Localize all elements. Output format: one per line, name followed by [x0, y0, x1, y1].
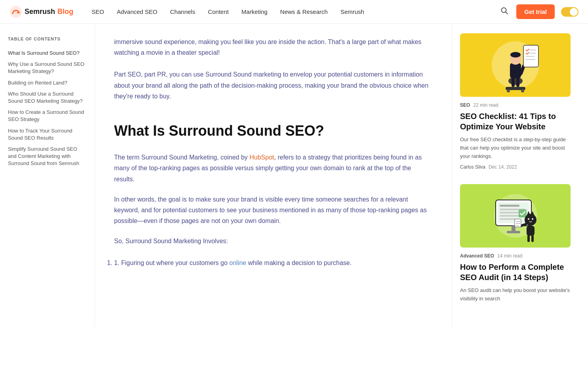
- card-1-tag: SEO: [460, 102, 470, 108]
- theme-toggle[interactable]: [561, 7, 578, 17]
- svg-line-3: [506, 12, 508, 14]
- svg-rect-8: [510, 63, 521, 78]
- toc-item-1[interactable]: What Is Surround Sound SEO?: [8, 48, 87, 59]
- article-intro-p1: immersive sound experience, making you f…: [114, 24, 433, 64]
- toc-item-3[interactable]: Building on Rented Land?: [8, 77, 87, 88]
- article-content: immersive sound experience, making you f…: [95, 24, 452, 327]
- card-1-illustration: [488, 33, 543, 97]
- svg-rect-36: [527, 226, 535, 236]
- card-2-read-time: 14 min read: [497, 253, 522, 259]
- svg-rect-25: [500, 212, 521, 213]
- navbar-actions: Get trial: [499, 4, 578, 19]
- online-link[interactable]: online: [229, 259, 246, 266]
- toc-item-6[interactable]: How to Track Your Surround Sound SEO Res…: [8, 125, 87, 144]
- svg-rect-39: [531, 235, 534, 242]
- card-2-meta: Advanced SEO 14 min read: [460, 253, 571, 259]
- article-section-p1: The term Surround Sound Marketing, coine…: [114, 147, 433, 189]
- logo-icon: [10, 6, 22, 18]
- page-layout: TABLE OF CONTENTS What Is Surround Sound…: [0, 24, 588, 327]
- card-2-image: [460, 184, 571, 248]
- list-item-1-end: while making a decision to purchase.: [246, 259, 352, 266]
- toc-item-7[interactable]: Simplify Surround Sound SEO and Content …: [8, 144, 87, 169]
- nav-channels[interactable]: Channels: [164, 5, 200, 18]
- right-sidebar: SEO 22 min read SEO Checklist: 41 Tips t…: [452, 24, 578, 327]
- card-1-author-row: Carlos Silva Dec 14, 2022: [460, 164, 571, 170]
- logo-semrush-text: Semrush: [25, 8, 55, 16]
- get-trial-button[interactable]: Get trial: [516, 4, 555, 19]
- search-button[interactable]: [499, 5, 510, 18]
- logo[interactable]: Semrush Blog: [10, 6, 73, 18]
- card-1-desc: Our free SEO checklist is a step-by-step…: [460, 136, 571, 160]
- svg-point-19: [521, 89, 524, 92]
- navbar: Semrush Blog SEO Advanced SEO Channels C…: [0, 0, 588, 24]
- toc-title: TABLE OF CONTENTS: [8, 36, 87, 41]
- article-intro-p2: Part SEO, part PR, you can use Surround …: [114, 64, 433, 106]
- svg-rect-38: [527, 235, 530, 242]
- toc-item-5[interactable]: How to Create a Surround Sound SEO Strat…: [8, 107, 87, 125]
- table-of-contents: TABLE OF CONTENTS What Is Surround Sound…: [0, 24, 95, 327]
- list-item-1: 1. Figuring out where your customers go …: [114, 256, 433, 270]
- nav-marketing[interactable]: Marketing: [236, 5, 273, 18]
- article-list: 1. Figuring out where your customers go …: [114, 256, 433, 270]
- nav-news-research[interactable]: News & Research: [275, 5, 333, 18]
- list-item-1-start: 1. Figuring out where your customers go: [114, 259, 229, 266]
- toc-item-4[interactable]: Who Should Use a Surround Sound SEO Mark…: [8, 88, 87, 107]
- search-icon: [500, 7, 508, 15]
- nav-semrush[interactable]: Semrush: [335, 5, 370, 18]
- related-card-1: SEO 22 min read SEO Checklist: 41 Tips t…: [460, 33, 571, 170]
- article-section-heading: What Is Surround Sound SEO?: [114, 122, 433, 139]
- svg-point-10: [510, 52, 521, 58]
- nav-advanced-seo[interactable]: Advanced SEO: [111, 5, 163, 18]
- svg-rect-40: [515, 219, 521, 227]
- card-1-title[interactable]: SEO Checklist: 41 Tips to Optimize Your …: [460, 111, 571, 132]
- svg-point-0: [10, 6, 22, 18]
- card-1-meta: SEO 22 min read: [460, 102, 571, 108]
- main-nav: SEO Advanced SEO Channels Content Market…: [86, 5, 499, 18]
- svg-point-34: [528, 218, 529, 220]
- article-so-text: So, Surround Sound Marketing Involves:: [114, 231, 433, 251]
- nav-seo[interactable]: SEO: [86, 5, 110, 18]
- svg-rect-27: [500, 218, 515, 220]
- card-2-illustration: [488, 184, 543, 248]
- article-section-p2: In other words, the goal is to make sure…: [114, 189, 433, 231]
- svg-rect-23: [500, 205, 519, 207]
- card-2-title[interactable]: How to Perform a Complete SEO Audit (in …: [460, 262, 571, 282]
- card-2-desc: An SEO audit can help you boost your web…: [460, 286, 571, 303]
- card-1-read-time: 22 min read: [473, 102, 498, 108]
- nav-content[interactable]: Content: [202, 5, 235, 18]
- related-card-2: Advanced SEO 14 min read How to Perform …: [460, 184, 571, 303]
- card-1-image: [460, 33, 571, 97]
- svg-rect-7: [516, 77, 519, 87]
- svg-point-18: [507, 89, 510, 92]
- article-section-p1-start: The term Surround Sound Marketing, coine…: [114, 154, 250, 161]
- svg-rect-30: [507, 231, 520, 233]
- card-1-date: Dec 14, 2022: [489, 164, 517, 170]
- svg-rect-6: [512, 77, 515, 87]
- toc-item-2[interactable]: Why Use a Surround Sound SEO Marketing S…: [8, 59, 87, 77]
- hubspot-link[interactable]: HubSpot: [250, 154, 274, 161]
- logo-blog-text: Blog: [57, 8, 73, 16]
- svg-point-35: [532, 218, 533, 220]
- card-1-author: Carlos Silva: [460, 164, 485, 170]
- card-2-tag: Advanced SEO: [460, 253, 494, 259]
